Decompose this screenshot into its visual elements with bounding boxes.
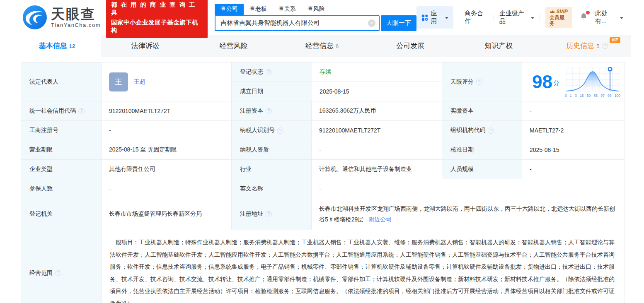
insured-count-value: - bbox=[101, 179, 231, 198]
table-row: 企业类型 其他有限责任公司 行业 计算机、通信和其他电子设备制造业 人员规模 - bbox=[21, 160, 625, 179]
credit-code-value: 91220100MAETLT272T bbox=[101, 101, 231, 120]
score-chart-axis: 0131550859799100 bbox=[565, 94, 620, 98]
company-section-tabs: 基本信息 12 法律诉讼 经营风险 经营信息 6 公司发展 知识产权 VIP 历… bbox=[13, 35, 631, 57]
help-icon[interactable]: ? bbox=[476, 79, 482, 85]
industry-value: 计算机、通信和其他电子设备制造业 bbox=[311, 160, 442, 179]
tab-basic-info[interactable]: 基本信息 12 bbox=[13, 35, 101, 57]
tab-operating-risk[interactable]: 经营风险 bbox=[189, 35, 278, 57]
user-label: 此处有... bbox=[595, 10, 617, 25]
staff-size-label: 人员规模 bbox=[442, 160, 522, 179]
chevron-down-icon bbox=[531, 17, 534, 19]
score-distribution-chart: 0131550859799100 bbox=[565, 66, 620, 98]
chevron-down-icon bbox=[620, 17, 623, 19]
search-button[interactable]: 天眼一下 bbox=[381, 15, 416, 31]
search-tab-risk[interactable]: 查风险 bbox=[302, 4, 331, 15]
tab-label: 公司发展 bbox=[396, 41, 424, 50]
approval-date-value: 2025-08-15 bbox=[522, 140, 625, 159]
tab-count: 6 bbox=[336, 43, 339, 49]
nearby-companies-link[interactable]: 附近公司 bbox=[368, 216, 392, 223]
clear-search-icon[interactable]: × bbox=[368, 19, 375, 27]
table-row: 营业期限 2025-08-15 至 无固定期限 纳税人资质 - 核准日期 202… bbox=[21, 140, 625, 160]
nav-enterprise-products[interactable]: 企业级产品 bbox=[499, 10, 534, 25]
header-nav: 应用 商务合作 企业级产品 SVIP 会员服务 bbox=[416, 6, 623, 29]
search-area: 查公司 查老板 查关系 查风险 × 天眼一下 bbox=[215, 4, 416, 31]
search-tab-company[interactable]: 查公司 bbox=[215, 4, 244, 15]
search-tabs: 查公司 查老板 查关系 查风险 bbox=[215, 4, 416, 15]
apps-grid-icon bbox=[421, 14, 428, 21]
establish-date-value: 2025-08-15 bbox=[312, 82, 442, 101]
brand-slogan-banner: 都 在 用 的 商 业 查 询 工 具 国家中小企业发展子基金旗下机构 bbox=[106, 0, 208, 38]
help-icon[interactable]: ? bbox=[266, 211, 272, 217]
credit-code-label: 统一社会信用代码 ? bbox=[21, 101, 101, 120]
search-tab-relation[interactable]: 查关系 bbox=[273, 4, 302, 15]
score-value: 98 bbox=[532, 73, 552, 91]
tab-label: 历史信息 bbox=[566, 41, 594, 50]
crown-icon bbox=[550, 10, 555, 14]
legal-rep-value: 王 王超 bbox=[101, 63, 231, 101]
approval-date-label: 核准日期 bbox=[442, 140, 522, 159]
logo-text: 天眼查 TianYanCha.com bbox=[51, 7, 101, 28]
reg-address-label: 注册地址 ? bbox=[231, 198, 311, 230]
table-row: 登记机关 长春市市场监督管理局长春新区分局 注册地址 ? 长春市北湖科技开发区龙… bbox=[21, 198, 625, 230]
search-row: × 天眼一下 bbox=[215, 15, 416, 31]
company-type-label: 企业类型 bbox=[21, 160, 101, 179]
tab-history-info[interactable]: VIP 历史信息 5 ? bbox=[543, 35, 631, 57]
org-code-label: 组织机构代码 ? bbox=[442, 121, 522, 140]
vip-badge: VIP bbox=[610, 37, 620, 43]
help-icon[interactable]: ? bbox=[266, 69, 272, 75]
score-marker-pin bbox=[608, 67, 612, 71]
business-term-label: 营业期限 bbox=[21, 140, 101, 159]
reg-authority-value: 长春市市场监督管理局长春新区分局 bbox=[101, 198, 231, 230]
slogan-line1: 都 在 用 的 商 业 查 询 工 具 bbox=[111, 1, 203, 17]
org-code-value: MAETLT27-2 bbox=[522, 121, 625, 140]
help-icon[interactable]: ? bbox=[55, 270, 61, 276]
legal-rep-link[interactable]: 王超 bbox=[134, 78, 145, 86]
search-tab-boss[interactable]: 查老板 bbox=[244, 4, 273, 15]
notification-dot bbox=[586, 11, 590, 14]
svip-member-badge[interactable]: SVIP 会员服务 bbox=[545, 7, 572, 28]
notifications-bell[interactable] bbox=[579, 12, 588, 23]
table-row: 成立日期 2025-08-15 bbox=[232, 82, 442, 101]
business-scope-label: 经营范围 ? bbox=[21, 230, 101, 303]
user-account-menu[interactable]: 此处有... bbox=[595, 10, 623, 25]
table-row: 登记状态 ? 存续 bbox=[232, 63, 442, 82]
divider bbox=[459, 14, 459, 21]
help-icon[interactable]: ? bbox=[78, 108, 85, 114]
business-scope-value: 一般项目：工业机器人制造；特殊作业机器人制造；服务消费机器人制造；工业机器人销售… bbox=[101, 230, 625, 303]
apps-menu[interactable]: 应用 bbox=[416, 6, 453, 29]
business-reg-no-label: 工商注册号 bbox=[21, 121, 101, 140]
insured-count-label: 参保人数 bbox=[21, 179, 101, 198]
taxpayer-id-value: 91220100MAETLT272T bbox=[311, 121, 442, 140]
help-icon[interactable]: ? bbox=[266, 108, 272, 114]
tab-company-development[interactable]: 公司发展 bbox=[366, 35, 455, 57]
tab-intellectual-property[interactable]: 知识产权 bbox=[455, 35, 543, 57]
tab-label: 法律诉讼 bbox=[131, 41, 160, 50]
basic-info-table: 法定代表人 王 王超 登记状态 ? 存续 成立日期 2025-08-15 天眼评… bbox=[21, 62, 625, 303]
tianyancha-logo[interactable]: 天眼查 TianYanCha.com bbox=[23, 5, 101, 29]
tab-label: 知识产权 bbox=[484, 41, 513, 50]
page-header: 天眼查 TianYanCha.com 都 在 用 的 商 业 查 询 工 具 国… bbox=[0, 0, 644, 35]
avatar: 王 bbox=[109, 72, 128, 91]
search-input[interactable] bbox=[215, 15, 380, 31]
logo-domain: TianYanCha.com bbox=[51, 22, 101, 28]
help-icon[interactable]: ? bbox=[277, 127, 283, 134]
nav-business-cooperation[interactable]: 商务合作 bbox=[465, 10, 488, 25]
divider bbox=[540, 14, 540, 21]
tab-label: 经营信息 bbox=[305, 41, 334, 50]
taxpayer-id-label: 纳税人识别号 ? bbox=[231, 121, 311, 140]
english-name-label: 英文名称 bbox=[231, 179, 311, 198]
search-input-wrap: × bbox=[215, 15, 380, 31]
staff-size-value: - bbox=[522, 160, 625, 179]
tab-count: 12 bbox=[69, 43, 75, 49]
apps-label: 应用 bbox=[431, 10, 442, 25]
chevron-down-icon bbox=[445, 17, 448, 19]
paid-capital-label: 实缴资本 bbox=[442, 101, 522, 120]
table-row: 统一社会信用代码 ? 91220100MAETLT272T 注册资本 ? 163… bbox=[21, 101, 625, 121]
tab-operating-info[interactable]: 经营信息 6 bbox=[278, 35, 366, 57]
tab-legal-litigation[interactable]: 法律诉讼 bbox=[101, 35, 189, 57]
help-icon[interactable]: ? bbox=[602, 43, 608, 49]
legal-rep-label: 法定代表人 bbox=[21, 63, 101, 101]
logo-title: 天眼查 bbox=[51, 7, 101, 21]
help-icon[interactable]: ? bbox=[488, 127, 494, 134]
paid-capital-value: - bbox=[522, 101, 625, 120]
